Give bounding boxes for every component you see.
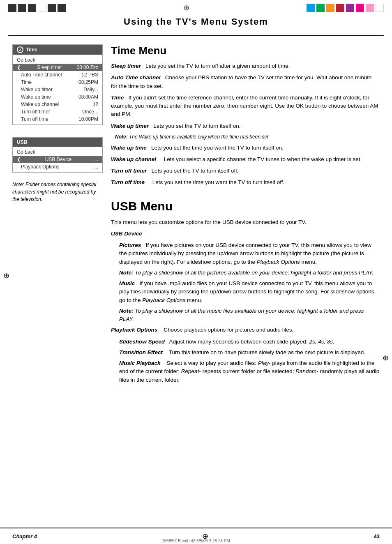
wake-up-timer-term: Wake up timer <box>111 123 149 129</box>
turn-off-time-desc: Turn off time Lets you set the time you … <box>111 178 380 187</box>
page-title: Using the TV's Menu System <box>16 16 376 27</box>
right-column: Time Menu Sleep timer Lets you set the T… <box>111 44 380 387</box>
time-sleep-timer: ❮ Sleep timer 03:00 Zzz <box>13 64 102 71</box>
pictures-desc: Pictures If you have pictures on your US… <box>111 241 380 266</box>
transition-effect-term: Transition Effect <box>119 349 163 355</box>
music-term: Music <box>119 280 135 286</box>
time-off-time: Turn off time 10:00PM <box>13 115 102 123</box>
time-off-timer: Turn off timer Once... <box>13 108 102 115</box>
usb-device-label: USB Device <box>45 157 72 162</box>
wake-up-time-desc: Wake up time Lets you set the time you w… <box>111 144 380 152</box>
wake-up-channel-desc: Wake up channel Lets you select a specif… <box>111 155 380 164</box>
chapter-label: Chapter 4 <box>12 533 37 539</box>
pictures-term: Pictures <box>119 242 141 248</box>
slideshow-speed-term: Slideshow Speed <box>119 339 165 345</box>
playback-options-term: Playback Options <box>111 327 157 333</box>
music-note: Note: To play a slideshow of all the mus… <box>111 307 380 324</box>
header-marks: ⊕ <box>0 0 392 12</box>
time-menu-section: Time Menu Sleep timer Lets you set the T… <box>111 44 380 187</box>
time-go-back-label: Go back <box>17 57 35 63</box>
time-panel: ✓ Time Go back ❮ Sleep timer 03:00 Zzz A… <box>12 44 103 125</box>
wake-up-timer-note: Note: The Wake up timer is available onl… <box>111 134 380 141</box>
time-time: Time 08:25PM <box>13 78 102 86</box>
selected-arrow: ❮ <box>17 65 21 70</box>
time-value: 08:25PM <box>78 79 98 85</box>
music-desc: Music If you have .mp3 audio files on yo… <box>111 279 380 304</box>
auto-time-channel-term: Auto Time channel <box>111 74 161 81</box>
usb-panel-body: Go back ❮ USB Device ... Playback Option… <box>13 147 102 172</box>
off-time-value: 10:00PM <box>78 116 98 122</box>
turn-off-timer-term: Turn off timer <box>111 168 147 174</box>
left-crosshair: ⊕ <box>3 271 9 280</box>
usb-device-header-block: USB Device <box>111 230 380 238</box>
left-column: ✓ Time Go back ❮ Sleep timer 03:00 Zzz A… <box>12 44 103 387</box>
usb-panel-header: USB <box>13 138 102 147</box>
time-auto-channel: Auto Time channel 12 PBS <box>13 71 102 78</box>
playback-options-value: ... <box>94 164 98 170</box>
playback-options-label: Playback Options <box>21 164 59 170</box>
auto-channel-value: 12 PBS <box>81 72 98 78</box>
wake-timer-label: Wake up timer <box>21 87 53 92</box>
wake-channel-value: 12 <box>93 101 98 107</box>
auto-time-channel-desc: Auto Time channel Choose your PBS statio… <box>111 74 380 90</box>
footer-stamp: 1668591B.indb 43 6/5/06 3:28:28 PM <box>162 539 230 543</box>
slideshow-speed-desc: Slideshow Speed Adjust how many seconds … <box>111 338 380 346</box>
usb-panel-area: USB Go back ❮ USB Device ... Playback Op… <box>12 137 103 203</box>
reg-marks-left <box>8 4 66 12</box>
usb-selected-arrow: ❮ <box>17 157 21 162</box>
usb-footnote-text: Note: Folder names containing special ch… <box>12 182 96 202</box>
time-wake-channel: Wake up channel 12 <box>13 101 102 108</box>
off-timer-label: Turn off timer <box>21 109 50 115</box>
music-playback-desc: Music Playback Select a way to play your… <box>111 359 380 384</box>
page-number: 43 <box>374 533 380 539</box>
usb-panel: USB Go back ❮ USB Device ... Playback Op… <box>12 137 103 173</box>
time-panel-title: Time <box>26 47 37 53</box>
center-crosshair-top: ⊕ <box>183 3 189 12</box>
time-section-title: Time Menu <box>111 44 380 57</box>
sleep-timer-term: Sleep timer <box>111 63 141 69</box>
usb-panel-title: USB <box>17 139 27 145</box>
usb-footnote: Note: Folder names containing special ch… <box>12 181 103 203</box>
usb-go-back: Go back <box>13 148 102 156</box>
wake-timer-value: Daily... <box>83 87 98 92</box>
main-content: ✓ Time Go back ❮ Sleep timer 03:00 Zzz A… <box>0 36 392 395</box>
wake-up-timer-desc: Wake up timer Lets you set the TV to tur… <box>111 122 380 130</box>
turn-off-timer-desc: Turn off timer Lets you set the TV to tu… <box>111 167 380 175</box>
turn-off-time-term: Turn off time <box>111 179 145 185</box>
time-desc: Time If you didn't set the time referenc… <box>111 94 380 119</box>
wake-channel-label: Wake up channel <box>21 101 59 107</box>
wake-up-channel-term: Wake up channel <box>111 156 156 162</box>
sleep-timer-value: 03:00 Zzz <box>76 65 98 70</box>
reg-marks-right <box>307 4 384 12</box>
usb-menu-section: USB Menu This menu lets you customize op… <box>111 199 380 384</box>
wake-time-value: 08:00AM <box>78 94 98 100</box>
auto-channel-label: Auto Time channel <box>21 72 62 78</box>
usb-device-item: ❮ USB Device ... <box>13 156 102 163</box>
page-title-bar: Using the TV's Menu System <box>8 12 384 36</box>
wake-time-label: Wake up time <box>21 94 51 100</box>
usb-intro-text: This menu lets you customize options for… <box>111 219 307 225</box>
time-panel-header: ✓ Time <box>13 45 102 55</box>
usb-device-value: ... <box>94 157 98 162</box>
usb-intro: This menu lets you customize options for… <box>111 218 380 226</box>
off-time-label: Turn off time <box>21 116 48 122</box>
sleep-timer-desc: Sleep timer Lets you set the TV to turn … <box>111 62 380 70</box>
usb-go-back-label: Go back <box>17 149 35 155</box>
time-wake-time: Wake up time 08:00AM <box>13 93 102 101</box>
wake-up-time-term: Wake up time <box>111 145 147 151</box>
check-icon: ✓ <box>17 46 23 53</box>
playback-options-desc: Playback Options Choose playback options… <box>111 326 380 334</box>
transition-effect-desc: Transition Effect Turn this feature on t… <box>111 348 380 357</box>
usb-device-header-text: USB Device <box>111 231 142 237</box>
time-wake-timer: Wake up timer Daily... <box>13 86 102 93</box>
time-go-back: Go back <box>13 56 102 64</box>
time-label: Time <box>21 79 32 85</box>
sleep-timer-label: Sleep timer <box>37 65 62 70</box>
right-crosshair: ⊕ <box>383 353 389 362</box>
pictures-note: Note: To play a slideshow of all the pic… <box>111 269 380 277</box>
usb-section-title: USB Menu <box>111 199 380 213</box>
off-timer-value: Once... <box>82 109 98 115</box>
usb-playback-options: Playback Options ... <box>13 163 102 171</box>
time-term: Time <box>111 95 124 101</box>
time-panel-body: Go back ❮ Sleep timer 03:00 Zzz Auto Tim… <box>13 55 102 124</box>
